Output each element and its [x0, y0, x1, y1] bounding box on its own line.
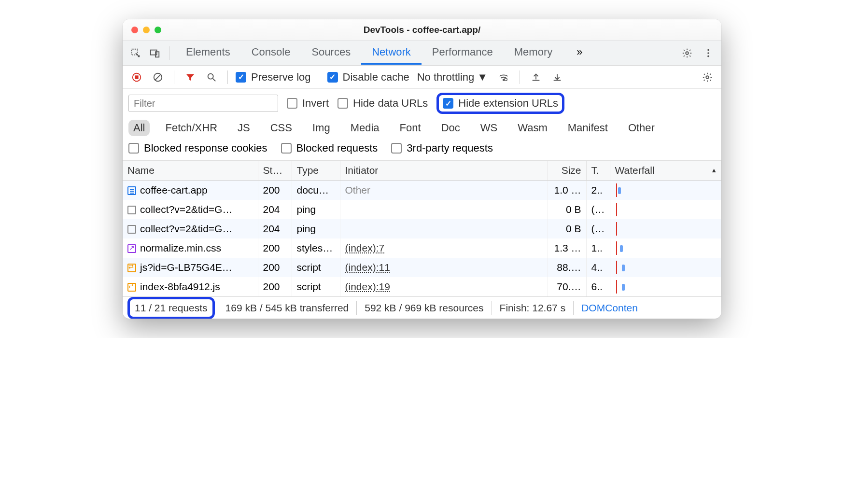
tab-console[interactable]: Console	[241, 41, 301, 65]
col-type[interactable]: Type	[292, 161, 340, 181]
tab-memory[interactable]: Memory	[504, 41, 563, 65]
checkbox-icon	[281, 143, 292, 154]
checkbox-icon	[391, 143, 402, 154]
type-filter-fetchxhr[interactable]: Fetch/XHR	[160, 120, 222, 136]
request-size: 1.0 …	[548, 181, 586, 200]
col-size[interactable]: Size	[548, 161, 586, 181]
device-toggle-icon[interactable]	[147, 45, 163, 61]
col-initiator[interactable]: Initiator	[340, 161, 548, 181]
type-filter-other[interactable]: Other	[623, 120, 660, 136]
svg-point-3	[686, 52, 689, 55]
type-filter-font[interactable]: Font	[395, 120, 426, 136]
table-row[interactable]: index-8bfa4912.js 200 script (index):19 …	[123, 277, 721, 296]
type-filter-ws[interactable]: WS	[476, 120, 502, 136]
disable-cache-checkbox[interactable]: Disable cache	[327, 71, 409, 84]
table-row[interactable]: collect?v=2&tid=G… 204 ping 0 B (…	[123, 200, 721, 219]
doc-file-icon	[127, 186, 136, 195]
filter-row: Invert Hide data URLs Hide extension URL…	[123, 89, 721, 118]
tab-network[interactable]: Network	[361, 41, 422, 65]
hide-ext-label: Hide extension URLs	[458, 97, 558, 110]
third-party-checkbox[interactable]: 3rd-party requests	[391, 142, 493, 154]
initiator-link[interactable]: (index):19	[345, 281, 390, 292]
hide-extension-urls-checkbox[interactable]: Hide extension URLs	[443, 97, 558, 110]
type-filter-css[interactable]: CSS	[266, 120, 297, 136]
checkbox-icon	[236, 72, 246, 83]
initiator-link[interactable]: (index):11	[345, 262, 390, 273]
blocked-requests-label: Blocked requests	[296, 142, 378, 154]
request-type: docu…	[292, 181, 340, 200]
clear-button[interactable]	[150, 69, 166, 85]
separator	[520, 70, 520, 84]
separator	[227, 70, 228, 84]
request-size: 88.…	[548, 258, 586, 277]
type-filter-media[interactable]: Media	[346, 120, 384, 136]
domcontent: DOMConten	[574, 301, 646, 315]
preserve-log-checkbox[interactable]: Preserve log	[236, 71, 311, 84]
col-name[interactable]: Name	[123, 161, 258, 181]
tab-elements[interactable]: Elements	[175, 41, 241, 65]
waterfall-cell	[615, 203, 717, 216]
type-filter-doc[interactable]: Doc	[436, 120, 465, 136]
hide-data-urls-checkbox[interactable]: Hide data URLs	[338, 97, 428, 110]
filter-input[interactable]	[128, 95, 278, 112]
svg-point-14	[505, 78, 507, 81]
status-bar: 11 / 21 requests 169 kB / 545 kB transfe…	[123, 296, 721, 319]
separator	[174, 70, 174, 84]
request-type: ping	[292, 200, 340, 219]
window-title: DevTools - coffee-cart.app/	[123, 25, 721, 35]
blocked-requests-checkbox[interactable]: Blocked requests	[281, 142, 378, 154]
status-code: 200	[258, 258, 292, 277]
request-size: 0 B	[548, 200, 586, 219]
blocked-cookies-checkbox[interactable]: Blocked response cookies	[128, 142, 267, 154]
waterfall-cell	[615, 261, 717, 274]
request-size: 70.…	[548, 277, 586, 296]
tabs-overflow[interactable]: »	[566, 41, 593, 65]
request-time: (…	[586, 219, 610, 238]
col-time[interactable]: T.	[586, 161, 610, 181]
col-waterfall[interactable]: Waterfall▲	[610, 161, 721, 181]
status-code: 200	[258, 238, 292, 258]
throttling-dropdown[interactable]: No throttling ▼	[414, 71, 491, 84]
settings-icon[interactable]	[679, 45, 695, 61]
table-row[interactable]: normalize.min.css 200 styles… (index):7 …	[123, 238, 721, 258]
table-row[interactable]: collect?v=2&tid=G… 204 ping 0 B (…	[123, 219, 721, 238]
record-button[interactable]	[128, 69, 145, 85]
svg-point-13	[503, 79, 505, 81]
type-filter-all[interactable]: All	[128, 120, 150, 136]
type-filter-manifest[interactable]: Manifest	[563, 120, 613, 136]
tab-performance[interactable]: Performance	[422, 41, 504, 65]
checkbox-icon	[443, 98, 453, 109]
sort-asc-icon: ▲	[711, 167, 717, 174]
col-status[interactable]: St…	[258, 161, 292, 181]
chevron-down-icon: ▼	[477, 71, 488, 84]
blank-file-icon	[127, 225, 136, 234]
waterfall-cell	[615, 222, 717, 236]
request-name: coffee-cart.app	[140, 184, 208, 196]
hide-data-label: Hide data URLs	[353, 97, 428, 110]
tab-sources[interactable]: Sources	[301, 41, 361, 65]
more-icon[interactable]	[700, 45, 717, 61]
type-filter-js[interactable]: JS	[233, 120, 255, 136]
throttling-label: No throttling	[417, 71, 475, 84]
invert-checkbox[interactable]: Invert	[287, 97, 329, 110]
network-conditions-icon[interactable]	[495, 69, 512, 85]
status-code: 200	[258, 181, 292, 200]
upload-har-icon[interactable]	[528, 69, 544, 85]
type-filter-img[interactable]: Img	[308, 120, 335, 136]
initiator-link[interactable]: (index):7	[345, 242, 385, 253]
waterfall-cell	[615, 241, 717, 255]
checkbox-icon	[327, 72, 338, 83]
table-row[interactable]: coffee-cart.app 200 docu… Other 1.0 … 2.…	[123, 181, 721, 200]
panel-settings-icon[interactable]	[699, 69, 716, 85]
table-row[interactable]: js?id=G-LB75G4E… 200 script (index):11 8…	[123, 258, 721, 277]
search-icon[interactable]	[203, 69, 220, 85]
type-filter-wasm[interactable]: Wasm	[513, 120, 552, 136]
status-code: 204	[258, 219, 292, 238]
filter-icon[interactable]	[182, 69, 198, 85]
request-type: script	[292, 277, 340, 296]
finish-time: Finish: 12.67 s	[492, 301, 574, 315]
svg-point-6	[707, 55, 709, 57]
inspect-icon[interactable]	[127, 45, 144, 61]
download-har-icon[interactable]	[549, 69, 565, 85]
waterfall-cell	[615, 183, 717, 197]
